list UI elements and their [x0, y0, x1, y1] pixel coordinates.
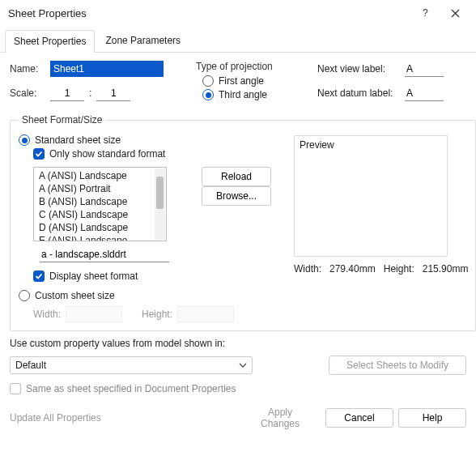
preview-height-label: Height: — [384, 263, 414, 275]
checkbox-label: Display sheet format — [49, 270, 138, 282]
custom-sheet-radio[interactable]: Custom sheet size — [19, 290, 294, 301]
radio-icon — [19, 290, 30, 301]
list-item[interactable]: A (ANSI) Landscape — [34, 169, 166, 182]
next-view-input[interactable] — [405, 61, 444, 77]
format-legend: Sheet Format/Size — [19, 114, 105, 126]
browse-button[interactable]: Browse... — [202, 186, 271, 206]
update-all-button[interactable]: Update All Properties — [10, 412, 240, 424]
custom-prop-label: Use custom property values from model sh… — [10, 338, 466, 349]
custom-width-input — [66, 306, 122, 322]
checkbox-label: Only show standard format — [49, 148, 165, 160]
preview-box: Preview — [294, 135, 448, 257]
projection-group-label: Type of projection — [196, 61, 317, 72]
radio-label: Third angle — [219, 89, 267, 100]
apply-changes-button[interactable]: Apply Changes — [240, 408, 321, 428]
window-title: Sheet Properties — [8, 7, 411, 19]
checkbox-label: Same as sheet specified in Document Prop… — [26, 383, 236, 394]
tab-sheet-properties[interactable]: Sheet Properties — [5, 30, 95, 53]
list-item[interactable]: D (ANSI) Landscape — [34, 221, 166, 234]
tab-zone-parameters[interactable]: Zone Parameters — [96, 29, 189, 52]
custom-width-label: Width: — [33, 309, 61, 320]
list-item[interactable]: A (ANSI) Portrait — [34, 182, 166, 195]
list-item[interactable]: C (ANSI) Landscape — [34, 208, 166, 221]
next-view-label: Next view label: — [317, 63, 405, 75]
scale-input-b[interactable] — [96, 85, 130, 101]
close-icon — [451, 9, 460, 18]
select-sheets-button[interactable]: Select Sheets to Modify — [329, 356, 466, 375]
svg-text:?: ? — [423, 8, 428, 18]
projection-third-angle[interactable]: Third angle — [202, 89, 317, 100]
scale-label: Scale: — [10, 87, 50, 99]
same-as-checkbox[interactable]: Same as sheet specified in Document Prop… — [10, 383, 466, 394]
list-item[interactable]: E (ANSI) Landscape — [34, 234, 166, 241]
custom-prop-select[interactable]: Default — [10, 356, 253, 374]
only-standard-checkbox[interactable]: Only show standard format — [33, 148, 294, 160]
close-button[interactable] — [440, 2, 470, 24]
chevron-down-icon — [239, 361, 247, 369]
list-item[interactable]: B (ANSI) Landscape — [34, 195, 166, 208]
cancel-button[interactable]: Cancel — [325, 408, 393, 428]
radio-icon — [202, 89, 214, 100]
next-datum-input[interactable] — [405, 85, 444, 101]
next-datum-label: Next datum label: — [317, 87, 405, 99]
custom-height-input — [177, 306, 234, 322]
custom-height-label: Height: — [142, 309, 172, 320]
radio-icon — [202, 75, 214, 87]
sheet-size-listbox[interactable]: A (ANSI) Landscape A (ANSI) Portrait B (… — [33, 167, 167, 241]
scale-input-a[interactable] — [50, 85, 84, 101]
radio-label: Standard sheet size — [35, 134, 121, 146]
preview-label: Preview — [300, 139, 334, 151]
preview-width-label: Width: — [294, 263, 321, 275]
select-value: Default — [15, 360, 46, 371]
format-file-input[interactable] — [40, 246, 169, 262]
preview-width-value: 279.40mm — [329, 263, 376, 275]
radio-icon — [19, 134, 30, 146]
scale-separator: : — [89, 87, 91, 99]
name-input[interactable] — [50, 61, 164, 77]
radio-label: Custom sheet size — [35, 290, 115, 301]
help-button-footer[interactable]: Help — [398, 408, 466, 428]
checkbox-icon — [10, 383, 21, 394]
help-button[interactable]: ? — [411, 2, 440, 24]
standard-sheet-radio[interactable]: Standard sheet size — [19, 134, 294, 146]
checkbox-icon — [33, 148, 45, 160]
listbox-scrollbar[interactable] — [155, 168, 165, 240]
preview-height-value: 215.90mm — [423, 263, 469, 275]
display-sheet-format-checkbox[interactable]: Display sheet format — [33, 270, 294, 282]
projection-first-angle[interactable]: First angle — [202, 75, 317, 87]
checkbox-icon — [33, 270, 45, 282]
reload-button[interactable]: Reload — [202, 167, 271, 186]
name-label: Name: — [10, 63, 50, 75]
radio-label: First angle — [219, 75, 264, 87]
